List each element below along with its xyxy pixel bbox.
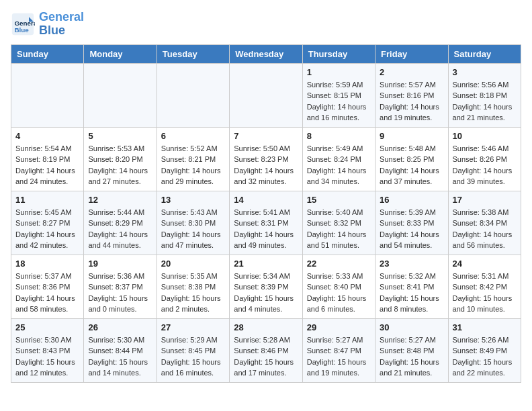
cell-info: Sunrise: 5:49 AMSunset: 8:24 PMDaylight:… — [307, 143, 371, 187]
calendar-cell: 7Sunrise: 5:50 AMSunset: 8:23 PMDaylight… — [230, 127, 302, 191]
day-number: 22 — [307, 259, 371, 269]
day-number: 16 — [380, 195, 443, 205]
cell-info: Sunrise: 5:52 AMSunset: 8:21 PMDaylight:… — [161, 143, 225, 187]
week-row-4: 18Sunrise: 5:37 AMSunset: 8:36 PMDayligh… — [11, 255, 521, 318]
cell-info: Sunrise: 5:30 AMSunset: 8:43 PMDaylight:… — [15, 334, 79, 379]
calendar-cell — [84, 63, 157, 127]
header-thursday: Thursday — [302, 44, 375, 63]
calendar-cell: 12Sunrise: 5:44 AMSunset: 8:29 PMDayligh… — [84, 191, 157, 255]
header-friday: Friday — [375, 44, 448, 63]
day-number: 26 — [88, 322, 152, 332]
calendar-cell: 4Sunrise: 5:54 AMSunset: 8:19 PMDaylight… — [11, 127, 84, 191]
day-number: 6 — [161, 131, 225, 141]
cell-info: Sunrise: 5:48 AMSunset: 8:25 PMDaylight:… — [380, 143, 443, 187]
cell-info: Sunrise: 5:40 AMSunset: 8:32 PMDaylight:… — [307, 207, 371, 251]
calendar-cell: 3Sunrise: 5:56 AMSunset: 8:18 PMDaylight… — [448, 63, 521, 127]
day-number: 15 — [307, 195, 371, 205]
logo: General Blue GeneralBlue — [11, 11, 84, 38]
day-number: 23 — [380, 259, 443, 269]
cell-info: Sunrise: 5:59 AMSunset: 8:15 PMDaylight:… — [307, 79, 371, 124]
cell-info: Sunrise: 5:36 AMSunset: 8:37 PMDaylight:… — [88, 271, 152, 315]
calendar-cell: 8Sunrise: 5:49 AMSunset: 8:24 PMDaylight… — [302, 127, 375, 191]
calendar-cell: 21Sunrise: 5:34 AMSunset: 8:39 PMDayligh… — [230, 255, 302, 318]
week-row-2: 4Sunrise: 5:54 AMSunset: 8:19 PMDaylight… — [11, 127, 521, 191]
calendar-cell — [11, 63, 84, 127]
day-number: 7 — [234, 131, 298, 141]
logo-text: GeneralBlue — [39, 11, 84, 38]
day-number: 13 — [161, 195, 225, 205]
calendar-cell: 11Sunrise: 5:45 AMSunset: 8:27 PMDayligh… — [11, 191, 84, 255]
day-number: 12 — [88, 195, 152, 205]
calendar-cell: 19Sunrise: 5:36 AMSunset: 8:37 PMDayligh… — [84, 255, 157, 318]
calendar-cell: 30Sunrise: 5:27 AMSunset: 8:48 PMDayligh… — [375, 318, 448, 382]
calendar-cell: 13Sunrise: 5:43 AMSunset: 8:30 PMDayligh… — [157, 191, 229, 255]
day-number: 4 — [15, 131, 79, 141]
calendar-cell — [157, 63, 229, 127]
header-monday: Monday — [84, 44, 157, 63]
cell-info: Sunrise: 5:27 AMSunset: 8:48 PMDaylight:… — [380, 334, 443, 379]
calendar-cell: 23Sunrise: 5:32 AMSunset: 8:41 PMDayligh… — [375, 255, 448, 318]
cell-info: Sunrise: 5:57 AMSunset: 8:16 PMDaylight:… — [380, 79, 443, 124]
cell-info: Sunrise: 5:38 AMSunset: 8:34 PMDaylight:… — [453, 207, 517, 251]
cell-info: Sunrise: 5:53 AMSunset: 8:20 PMDaylight:… — [88, 143, 152, 187]
cell-info: Sunrise: 5:39 AMSunset: 8:33 PMDaylight:… — [380, 207, 443, 251]
cell-info: Sunrise: 5:31 AMSunset: 8:42 PMDaylight:… — [453, 271, 517, 315]
calendar-cell: 15Sunrise: 5:40 AMSunset: 8:32 PMDayligh… — [302, 191, 375, 255]
day-number: 9 — [380, 131, 443, 141]
cell-info: Sunrise: 5:26 AMSunset: 8:49 PMDaylight:… — [453, 334, 517, 379]
header-sunday: Sunday — [11, 44, 84, 63]
calendar-cell: 27Sunrise: 5:29 AMSunset: 8:45 PMDayligh… — [157, 318, 229, 382]
calendar-cell: 18Sunrise: 5:37 AMSunset: 8:36 PMDayligh… — [11, 255, 84, 318]
header-tuesday: Tuesday — [157, 44, 229, 63]
cell-info: Sunrise: 5:43 AMSunset: 8:30 PMDaylight:… — [161, 207, 225, 251]
week-row-3: 11Sunrise: 5:45 AMSunset: 8:27 PMDayligh… — [11, 191, 521, 255]
calendar-cell: 10Sunrise: 5:46 AMSunset: 8:26 PMDayligh… — [448, 127, 521, 191]
header-saturday: Saturday — [448, 44, 521, 63]
day-number: 10 — [453, 131, 517, 141]
day-number: 2 — [380, 67, 443, 77]
cell-info: Sunrise: 5:32 AMSunset: 8:41 PMDaylight:… — [380, 271, 443, 315]
cell-info: Sunrise: 5:29 AMSunset: 8:45 PMDaylight:… — [161, 334, 225, 379]
calendar-cell: 6Sunrise: 5:52 AMSunset: 8:21 PMDaylight… — [157, 127, 229, 191]
day-number: 28 — [234, 322, 298, 332]
cell-info: Sunrise: 5:45 AMSunset: 8:27 PMDaylight:… — [15, 207, 79, 251]
day-number: 19 — [88, 259, 152, 269]
day-number: 30 — [380, 322, 443, 332]
day-number: 8 — [307, 131, 371, 141]
cell-info: Sunrise: 5:30 AMSunset: 8:44 PMDaylight:… — [88, 334, 152, 379]
calendar-cell: 29Sunrise: 5:27 AMSunset: 8:47 PMDayligh… — [302, 318, 375, 382]
day-number: 25 — [15, 322, 79, 332]
calendar-header-row: SundayMondayTuesdayWednesdayThursdayFrid… — [11, 44, 521, 63]
day-number: 14 — [234, 195, 298, 205]
day-number: 17 — [453, 195, 517, 205]
day-number: 5 — [88, 131, 152, 141]
logo-icon: General Blue — [11, 12, 35, 36]
cell-info: Sunrise: 5:37 AMSunset: 8:36 PMDaylight:… — [15, 271, 79, 315]
cell-info: Sunrise: 5:54 AMSunset: 8:19 PMDaylight:… — [15, 143, 79, 187]
header-wednesday: Wednesday — [230, 44, 302, 63]
day-number: 20 — [161, 259, 225, 269]
calendar-cell: 31Sunrise: 5:26 AMSunset: 8:49 PMDayligh… — [448, 318, 521, 382]
cell-info: Sunrise: 5:28 AMSunset: 8:46 PMDaylight:… — [234, 334, 298, 379]
day-number: 18 — [15, 259, 79, 269]
calendar-cell: 26Sunrise: 5:30 AMSunset: 8:44 PMDayligh… — [84, 318, 157, 382]
calendar-cell — [230, 63, 302, 127]
calendar-cell: 9Sunrise: 5:48 AMSunset: 8:25 PMDaylight… — [375, 127, 448, 191]
cell-info: Sunrise: 5:34 AMSunset: 8:39 PMDaylight:… — [234, 271, 298, 315]
calendar-cell: 14Sunrise: 5:41 AMSunset: 8:31 PMDayligh… — [230, 191, 302, 255]
cell-info: Sunrise: 5:41 AMSunset: 8:31 PMDaylight:… — [234, 207, 298, 251]
calendar-cell: 25Sunrise: 5:30 AMSunset: 8:43 PMDayligh… — [11, 318, 84, 382]
calendar-cell: 20Sunrise: 5:35 AMSunset: 8:38 PMDayligh… — [157, 255, 229, 318]
cell-info: Sunrise: 5:46 AMSunset: 8:26 PMDaylight:… — [453, 143, 517, 187]
day-number: 31 — [453, 322, 517, 332]
cell-info: Sunrise: 5:44 AMSunset: 8:29 PMDaylight:… — [88, 207, 152, 251]
cell-info: Sunrise: 5:56 AMSunset: 8:18 PMDaylight:… — [453, 79, 517, 124]
day-number: 29 — [307, 322, 371, 332]
day-number: 3 — [453, 67, 517, 77]
cell-info: Sunrise: 5:27 AMSunset: 8:47 PMDaylight:… — [307, 334, 371, 379]
calendar-cell: 24Sunrise: 5:31 AMSunset: 8:42 PMDayligh… — [448, 255, 521, 318]
calendar-cell: 2Sunrise: 5:57 AMSunset: 8:16 PMDaylight… — [375, 63, 448, 127]
page-header: General Blue GeneralBlue — [11, 11, 521, 38]
week-row-5: 25Sunrise: 5:30 AMSunset: 8:43 PMDayligh… — [11, 318, 521, 382]
calendar-cell: 16Sunrise: 5:39 AMSunset: 8:33 PMDayligh… — [375, 191, 448, 255]
